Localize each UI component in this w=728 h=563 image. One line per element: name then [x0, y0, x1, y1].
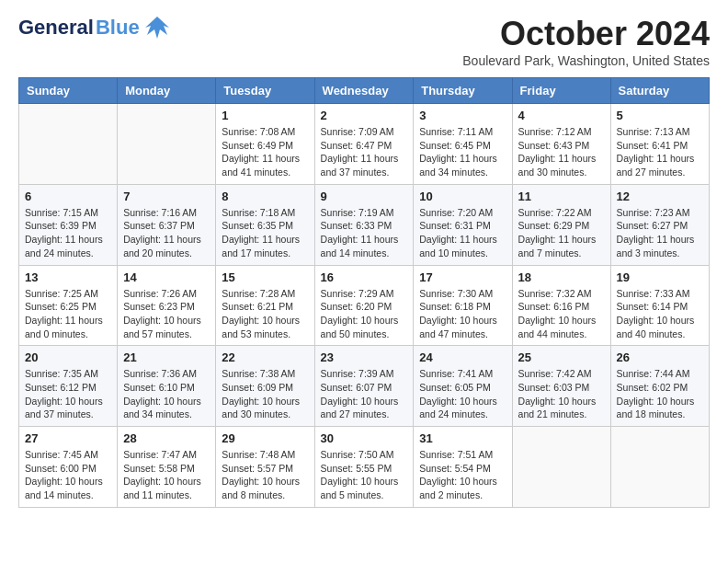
calendar-cell: 3Sunrise: 7:11 AMSunset: 6:45 PMDaylight…: [414, 104, 512, 185]
calendar-week-row: 13Sunrise: 7:25 AMSunset: 6:25 PMDayligh…: [19, 265, 710, 346]
calendar-cell: 14Sunrise: 7:26 AMSunset: 6:23 PMDayligh…: [118, 265, 216, 346]
cell-content: Sunrise: 7:36 AMSunset: 6:10 PMDaylight:…: [123, 367, 210, 421]
day-number: 18: [518, 270, 605, 284]
day-number: 16: [321, 270, 408, 284]
day-number: 7: [123, 190, 210, 203]
day-number: 4: [518, 109, 605, 122]
calendar-cell: 6Sunrise: 7:15 AMSunset: 6:39 PMDaylight…: [19, 184, 118, 265]
cell-content: Sunrise: 7:12 AMSunset: 6:43 PMDaylight:…: [518, 125, 605, 179]
day-number: 27: [25, 431, 111, 445]
logo: General Blue: [18, 15, 171, 40]
day-number: 5: [617, 109, 703, 122]
cell-content: Sunrise: 7:15 AMSunset: 6:39 PMDaylight:…: [25, 206, 111, 260]
cell-content: Sunrise: 7:29 AMSunset: 6:20 PMDaylight:…: [321, 287, 408, 341]
cell-content: Sunrise: 7:39 AMSunset: 6:07 PMDaylight:…: [321, 367, 408, 421]
cell-content: Sunrise: 7:48 AMSunset: 5:57 PMDaylight:…: [222, 448, 308, 502]
cell-content: Sunrise: 7:26 AMSunset: 6:23 PMDaylight:…: [123, 287, 210, 341]
title-section: October 2024 Boulevard Park, Washington,…: [462, 15, 710, 68]
calendar-week-row: 6Sunrise: 7:15 AMSunset: 6:39 PMDaylight…: [19, 184, 710, 265]
cell-content: Sunrise: 7:44 AMSunset: 6:02 PMDaylight:…: [617, 367, 703, 421]
calendar-cell: [512, 427, 610, 508]
calendar-cell: 30Sunrise: 7:50 AMSunset: 5:55 PMDayligh…: [314, 427, 414, 508]
cell-content: Sunrise: 7:30 AMSunset: 6:18 PMDaylight:…: [419, 287, 506, 341]
cell-content: Sunrise: 7:51 AMSunset: 5:54 PMDaylight:…: [419, 448, 506, 502]
day-number: 31: [419, 431, 506, 445]
calendar-cell: 13Sunrise: 7:25 AMSunset: 6:25 PMDayligh…: [19, 265, 118, 346]
day-number: 14: [123, 270, 210, 284]
day-number: 22: [222, 350, 308, 364]
logo-blue: Blue: [96, 16, 140, 40]
day-header-thursday: Thursday: [414, 78, 512, 104]
calendar-cell: 20Sunrise: 7:35 AMSunset: 6:12 PMDayligh…: [19, 346, 118, 427]
day-number: 17: [419, 270, 506, 284]
day-number: 13: [25, 270, 111, 284]
calendar-cell: 10Sunrise: 7:20 AMSunset: 6:31 PMDayligh…: [414, 184, 512, 265]
cell-content: Sunrise: 7:13 AMSunset: 6:41 PMDaylight:…: [617, 125, 703, 179]
calendar-cell: 11Sunrise: 7:22 AMSunset: 6:29 PMDayligh…: [512, 184, 610, 265]
calendar-cell: 26Sunrise: 7:44 AMSunset: 6:02 PMDayligh…: [610, 346, 709, 427]
cell-content: Sunrise: 7:25 AMSunset: 6:25 PMDaylight:…: [25, 287, 111, 341]
day-header-saturday: Saturday: [610, 78, 709, 104]
day-number: 20: [25, 350, 111, 364]
cell-content: Sunrise: 7:20 AMSunset: 6:31 PMDaylight:…: [419, 206, 506, 260]
day-header-monday: Monday: [118, 78, 216, 104]
calendar-cell: 28Sunrise: 7:47 AMSunset: 5:58 PMDayligh…: [118, 427, 216, 508]
calendar-cell: 19Sunrise: 7:33 AMSunset: 6:14 PMDayligh…: [610, 265, 709, 346]
day-number: 11: [518, 190, 605, 203]
cell-content: Sunrise: 7:23 AMSunset: 6:27 PMDaylight:…: [617, 206, 703, 260]
calendar-cell: 7Sunrise: 7:16 AMSunset: 6:37 PMDaylight…: [118, 184, 216, 265]
day-number: 23: [321, 350, 408, 364]
location: Boulevard Park, Washington, United State…: [462, 53, 710, 68]
cell-content: Sunrise: 7:47 AMSunset: 5:58 PMDaylight:…: [123, 448, 210, 502]
calendar-cell: 31Sunrise: 7:51 AMSunset: 5:54 PMDayligh…: [414, 427, 512, 508]
calendar-cell: 8Sunrise: 7:18 AMSunset: 6:35 PMDaylight…: [216, 184, 314, 265]
cell-content: Sunrise: 7:42 AMSunset: 6:03 PMDaylight:…: [518, 367, 605, 421]
day-number: 8: [222, 190, 308, 203]
cell-content: Sunrise: 7:33 AMSunset: 6:14 PMDaylight:…: [617, 287, 703, 341]
day-number: 29: [222, 431, 308, 445]
day-number: 6: [25, 190, 111, 203]
calendar-cell: 5Sunrise: 7:13 AMSunset: 6:41 PMDaylight…: [610, 104, 709, 185]
header: General Blue October 2024 Boulevard Park…: [18, 15, 710, 68]
calendar-week-row: 20Sunrise: 7:35 AMSunset: 6:12 PMDayligh…: [19, 346, 710, 427]
calendar-cell: 9Sunrise: 7:19 AMSunset: 6:33 PMDaylight…: [314, 184, 414, 265]
day-number: 19: [617, 270, 703, 284]
calendar-week-row: 1Sunrise: 7:08 AMSunset: 6:49 PMDaylight…: [19, 104, 710, 185]
month-title: October 2024: [462, 15, 710, 53]
day-number: 24: [419, 350, 506, 364]
day-number: 26: [617, 350, 703, 364]
calendar-cell: 12Sunrise: 7:23 AMSunset: 6:27 PMDayligh…: [610, 184, 709, 265]
cell-content: Sunrise: 7:28 AMSunset: 6:21 PMDaylight:…: [222, 287, 308, 341]
cell-content: Sunrise: 7:09 AMSunset: 6:47 PMDaylight:…: [321, 125, 408, 179]
calendar-cell: 29Sunrise: 7:48 AMSunset: 5:57 PMDayligh…: [216, 427, 314, 508]
calendar-cell: [118, 104, 216, 185]
calendar-table: SundayMondayTuesdayWednesdayThursdayFrid…: [18, 77, 710, 508]
calendar-cell: 1Sunrise: 7:08 AMSunset: 6:49 PMDaylight…: [216, 104, 314, 185]
cell-content: Sunrise: 7:11 AMSunset: 6:45 PMDaylight:…: [419, 125, 506, 179]
cell-content: Sunrise: 7:08 AMSunset: 6:49 PMDaylight:…: [222, 125, 308, 179]
calendar-cell: 2Sunrise: 7:09 AMSunset: 6:47 PMDaylight…: [314, 104, 414, 185]
cell-content: Sunrise: 7:38 AMSunset: 6:09 PMDaylight:…: [222, 367, 308, 421]
logo-bird-icon: [143, 15, 171, 40]
day-header-friday: Friday: [512, 78, 610, 104]
cell-content: Sunrise: 7:35 AMSunset: 6:12 PMDaylight:…: [25, 367, 111, 421]
day-number: 10: [419, 190, 506, 203]
calendar-cell: 21Sunrise: 7:36 AMSunset: 6:10 PMDayligh…: [118, 346, 216, 427]
calendar-header-row: SundayMondayTuesdayWednesdayThursdayFrid…: [19, 78, 710, 104]
day-number: 3: [419, 109, 506, 122]
cell-content: Sunrise: 7:18 AMSunset: 6:35 PMDaylight:…: [222, 206, 308, 260]
logo-general: General: [18, 16, 94, 40]
day-number: 1: [222, 109, 308, 122]
calendar-cell: [610, 427, 709, 508]
day-number: 30: [321, 431, 408, 445]
cell-content: Sunrise: 7:32 AMSunset: 6:16 PMDaylight:…: [518, 287, 605, 341]
day-number: 25: [518, 350, 605, 364]
day-number: 21: [123, 350, 210, 364]
day-number: 12: [617, 190, 703, 203]
calendar-cell: 18Sunrise: 7:32 AMSunset: 6:16 PMDayligh…: [512, 265, 610, 346]
cell-content: Sunrise: 7:19 AMSunset: 6:33 PMDaylight:…: [321, 206, 408, 260]
cell-content: Sunrise: 7:22 AMSunset: 6:29 PMDaylight:…: [518, 206, 605, 260]
day-number: 9: [321, 190, 408, 203]
calendar-cell: 23Sunrise: 7:39 AMSunset: 6:07 PMDayligh…: [314, 346, 414, 427]
calendar-cell: 4Sunrise: 7:12 AMSunset: 6:43 PMDaylight…: [512, 104, 610, 185]
